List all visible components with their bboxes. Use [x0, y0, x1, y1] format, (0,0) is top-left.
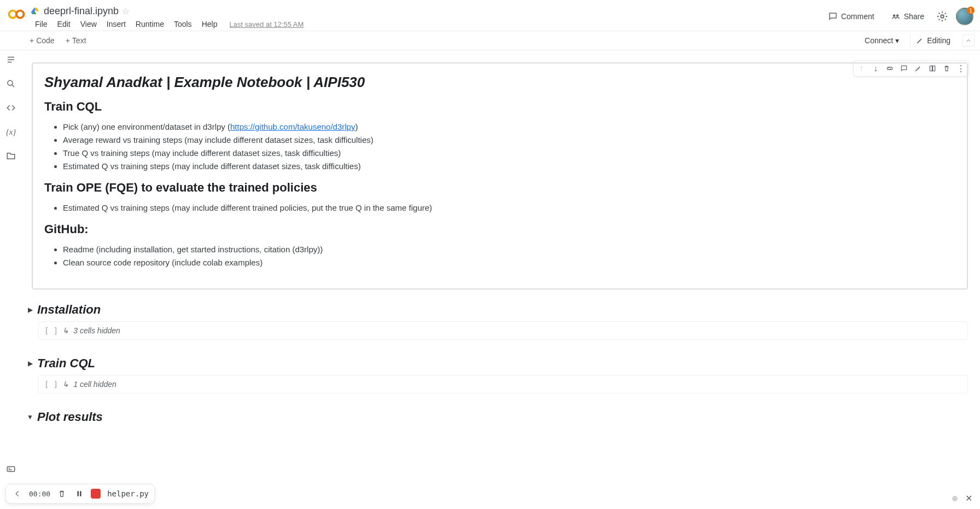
section-title: Train CQL: [37, 356, 95, 371]
editing-button[interactable]: Editing: [910, 34, 956, 47]
list-item: Pick (any) one environment/dataset in d3…: [63, 120, 955, 134]
share-icon: [891, 11, 901, 21]
header-right: Comment Share: [824, 4, 973, 25]
colab-logo-icon: [7, 4, 26, 24]
rail-bottom: [0, 464, 22, 476]
header-bar: deeprl-final.ipynb ☆ File Edit View Inse…: [0, 0, 980, 31]
recorder-bar: 00:00 helper.py: [5, 484, 155, 504]
svg-point-4: [941, 15, 944, 18]
comment-icon: [828, 11, 838, 21]
turn-down-right-icon: ↳: [62, 326, 69, 335]
svg-rect-9: [78, 491, 79, 496]
svg-point-3: [896, 14, 899, 17]
add-text-button[interactable]: +Text: [60, 34, 92, 47]
toc-icon[interactable]: [5, 54, 17, 66]
add-code-label: Code: [36, 36, 54, 45]
connect-button[interactable]: Connect▾: [860, 34, 903, 47]
section-title: Plot results: [37, 410, 103, 424]
comment-button[interactable]: Comment: [824, 8, 879, 25]
list-item: Estimated Q vs training steps (may inclu…: [63, 201, 955, 215]
list-item: Average reward vs training steps (may in…: [63, 134, 955, 147]
section-plot-results[interactable]: ▼Plot results: [26, 410, 968, 424]
plus-icon: +: [66, 36, 70, 45]
cell-bracket: [ ]: [44, 326, 58, 335]
heading-train-cql: Train CQL: [44, 100, 955, 114]
menu-tools[interactable]: Tools: [170, 18, 196, 30]
share-button[interactable]: Share: [886, 8, 929, 25]
list-item: Estimated Q vs training steps (may inclu…: [63, 160, 955, 173]
plus-icon: +: [30, 36, 34, 45]
caret-down-icon[interactable]: ▼: [26, 413, 34, 421]
sub-toolbar: +Code +Text Connect▾ Editing: [0, 31, 980, 50]
timer-label: 00:00: [29, 490, 50, 498]
pause-button[interactable]: [73, 488, 85, 500]
d3rlpy-link[interactable]: https://github.com/takuseno/d3rlpy: [230, 122, 355, 131]
caret-right-icon[interactable]: ▶: [26, 360, 34, 367]
search-icon[interactable]: [5, 78, 17, 90]
heading-github: GitHub:: [44, 222, 955, 236]
heading-train-ope: Train OPE (FQE) to evaluate the trained …: [44, 181, 955, 195]
code-snippets-icon[interactable]: [5, 102, 17, 114]
close-icon[interactable]: ✕: [965, 493, 972, 504]
svg-point-0: [9, 10, 17, 18]
files-icon[interactable]: [5, 150, 17, 162]
menu-bar: File Edit View Insert Runtime Tools Help…: [31, 18, 824, 31]
comment-label: Comment: [841, 12, 874, 21]
svg-rect-10: [80, 491, 81, 496]
notebook-filename[interactable]: deeprl-final.ipynb: [44, 5, 119, 17]
status-bar: ✕: [952, 493, 972, 504]
helper-filename: helper.py: [107, 489, 149, 498]
command-palette-icon[interactable]: [6, 464, 16, 476]
hidden-cells-row[interactable]: [ ]↳1 cell hidden: [38, 375, 968, 394]
svg-point-1: [16, 10, 24, 18]
menu-insert[interactable]: Insert: [102, 18, 130, 30]
svg-point-2: [892, 14, 895, 17]
svg-rect-6: [7, 467, 15, 472]
back-button[interactable]: [11, 488, 24, 500]
section-train-cql[interactable]: ▶Train CQL: [26, 356, 968, 371]
star-icon[interactable]: ☆: [122, 6, 130, 16]
turn-down-right-icon: ↳: [62, 380, 69, 389]
list-item: Readme (including installation, get star…: [63, 243, 955, 256]
hidden-cells-row[interactable]: [ ]↳3 cells hidden: [38, 321, 968, 340]
left-rail: {x}: [0, 50, 22, 162]
menu-view[interactable]: View: [76, 18, 101, 30]
menu-help[interactable]: Help: [197, 18, 222, 30]
delete-recording-button[interactable]: [56, 488, 68, 500]
variables-icon[interactable]: {x}: [5, 126, 17, 138]
chevron-up-icon: [965, 37, 972, 44]
text-cell-intro[interactable]: Shyamal Anadkat | Example Notebook | AIP…: [32, 62, 968, 290]
section-title: Installation: [37, 303, 101, 317]
collapse-header-button[interactable]: [962, 34, 975, 47]
title-area: deeprl-final.ipynb ☆ File Edit View Inse…: [31, 4, 824, 31]
add-code-button[interactable]: +Code: [24, 34, 60, 47]
share-label: Share: [904, 12, 924, 21]
status-dot-icon: [952, 496, 958, 501]
pencil-icon: [916, 37, 924, 44]
hidden-cells-label: 1 cell hidden: [73, 380, 116, 389]
last-saved-label[interactable]: Last saved at 12:55 AM: [225, 19, 308, 30]
editing-label: Editing: [927, 36, 950, 45]
section-installation[interactable]: ▶Installation: [26, 303, 968, 317]
caret-right-icon[interactable]: ▶: [26, 306, 34, 314]
list-item: Clean source code repository (include co…: [63, 256, 955, 269]
connect-label: Connect: [865, 36, 893, 45]
svg-point-5: [8, 80, 13, 85]
menu-runtime[interactable]: Runtime: [131, 18, 168, 30]
list-item: True Q vs training steps (may include di…: [63, 147, 955, 160]
cell-bracket: [ ]: [44, 380, 58, 389]
caret-down-icon: ▾: [895, 36, 899, 45]
notebook-title: Shyamal Anadkat | Example Notebook | AIP…: [44, 74, 955, 91]
notebook-area[interactable]: Shyamal Anadkat | Example Notebook | AIP…: [22, 50, 980, 477]
menu-file[interactable]: File: [31, 18, 52, 30]
hidden-cells-label: 3 cells hidden: [73, 326, 120, 335]
gear-icon[interactable]: [936, 10, 948, 22]
avatar[interactable]: [956, 8, 973, 25]
drive-icon: [31, 6, 40, 16]
menu-edit[interactable]: Edit: [53, 18, 75, 30]
stop-record-button[interactable]: [91, 489, 101, 499]
add-text-label: Text: [72, 36, 86, 45]
